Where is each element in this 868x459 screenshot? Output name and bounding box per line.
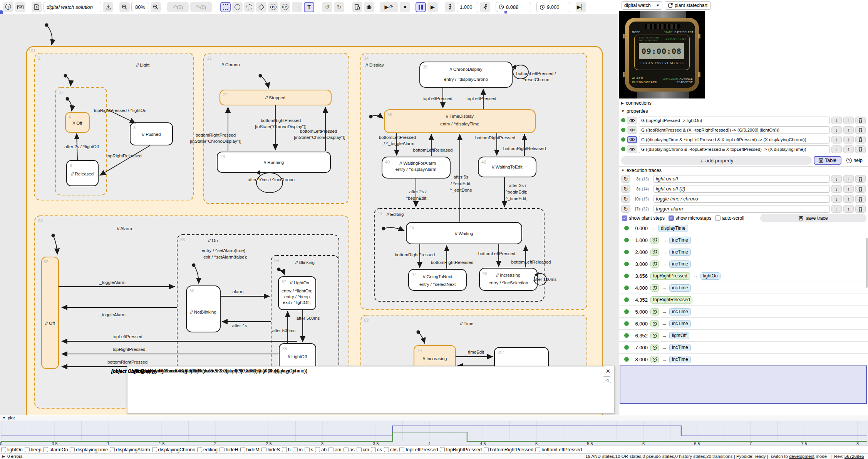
delete-button[interactable]	[855, 126, 866, 134]
errors-expander[interactable]: ▶ 0 errors	[0, 454, 23, 459]
zoom-level[interactable]: 80%	[131, 2, 149, 12]
debug-button[interactable]	[364, 2, 374, 12]
region-light[interactable]: 2 // Light 17 4 // Off 8 // Pushed 6 // …	[35, 53, 194, 200]
transition-tool-button[interactable]: →	[292, 2, 302, 12]
move-down-button[interactable]: ↓	[831, 195, 842, 203]
signal-checkbox[interactable]: m	[293, 447, 303, 452]
choice-tool-button[interactable]	[256, 2, 266, 12]
pause-button[interactable]	[416, 2, 426, 12]
delete-button[interactable]	[855, 117, 866, 124]
move-up-button[interactable]: ↑	[843, 117, 854, 124]
signal-checkbox[interactable]: displayingChrono	[152, 447, 196, 452]
signal-checkbox[interactable]: s	[305, 447, 313, 452]
redo-button[interactable]: ↷ (0)	[190, 2, 212, 12]
property-formula-input[interactable]	[639, 145, 830, 153]
zoom-out-button[interactable]	[119, 2, 130, 12]
signal-checkbox[interactable]: cm	[357, 447, 369, 452]
replay-trace-button[interactable]: ↻	[621, 175, 630, 183]
replay-trace-button[interactable]: ↻	[621, 195, 630, 203]
signal-checkbox[interactable]: bottomRightPressed	[484, 447, 533, 452]
undo-button[interactable]: ↶ (0)	[167, 2, 189, 12]
text-tool-button[interactable]: T	[304, 2, 314, 12]
speed-input[interactable]	[457, 2, 478, 12]
help-button[interactable]: ?help	[843, 156, 866, 165]
execution-step-row[interactable]: 5.000 → incTime	[619, 306, 868, 318]
table-view-button[interactable]: Table	[814, 156, 841, 165]
model-select[interactable]: digital watch▼	[622, 1, 662, 10]
eye-toggle-button[interactable]	[627, 117, 637, 124]
delete-button[interactable]	[855, 205, 866, 213]
execution-step-row[interactable]: 4.352 topRightReleased	[619, 294, 868, 306]
run-to-end-button[interactable]: ▶▏	[576, 2, 586, 12]
signal-checkbox[interactable]: topLeftPressed	[399, 447, 438, 452]
slow-speed-button[interactable]	[445, 2, 455, 12]
sim-time-field[interactable]: 8.088	[496, 2, 531, 12]
trace-name-input[interactable]	[654, 185, 830, 193]
signal-checkbox[interactable]: alarmOn	[43, 447, 68, 452]
zoom-in-button[interactable]	[151, 2, 161, 12]
section-connections[interactable]: ▶ connections	[619, 99, 868, 107]
execution-step-row[interactable]: 7.000 → incTime	[619, 342, 868, 354]
run-button[interactable]: ▶⟳	[380, 2, 398, 12]
deep-history-tool-button[interactable]: H*	[280, 2, 290, 12]
execution-step-row[interactable]: 6.352 → lightOff	[619, 330, 868, 342]
move-up-button[interactable]: ↑	[843, 136, 854, 144]
execution-step-row[interactable]: 2.000 → incTime	[619, 246, 868, 258]
close-icon[interactable]: ✕	[605, 368, 610, 375]
steps-scrollbar[interactable]	[866, 238, 868, 288]
stop-button[interactable]: ■	[400, 2, 410, 12]
move-down-button[interactable]: ↓	[831, 175, 842, 183]
signal-checkbox[interactable]: displayingAlarm	[110, 447, 150, 452]
signal-checkbox[interactable]: cs	[371, 447, 382, 452]
state-goingtonext[interactable]	[409, 269, 466, 290]
collapse-table-button[interactable]: ◁	[603, 376, 611, 383]
property-formula-input[interactable]	[639, 117, 830, 124]
signal-checkbox[interactable]: am	[328, 447, 341, 452]
signal-checkbox[interactable]: chs	[384, 447, 397, 452]
signal-checkbox[interactable]: bottomLeftPressed	[535, 447, 582, 452]
signal-checkbox[interactable]: hideS	[261, 447, 280, 452]
step-button[interactable]: ▶	[427, 2, 438, 12]
execution-step-row[interactable]: 1.000 → incTime	[619, 234, 868, 246]
keyboard-shortcuts-button[interactable]	[15, 2, 25, 12]
show-plant-steps-checkbox[interactable]: show plant steps	[622, 215, 665, 221]
eye-toggle-button[interactable]	[627, 126, 637, 134]
signal-checkbox[interactable]: editing	[197, 447, 218, 452]
region-chrono[interactable]: 21 // Chrono 22 // Stopped 23 // Running…	[190, 53, 349, 204]
state-chronodisplay[interactable]	[420, 62, 512, 87]
execution-step-row[interactable]: 6.000 → incTime	[619, 318, 868, 330]
execution-step-row[interactable]: 0.000 → displayTime	[619, 222, 868, 234]
move-down-button[interactable]: ↓	[831, 205, 842, 213]
rotate-right-button[interactable]: ↻	[334, 2, 344, 12]
move-down-button[interactable]: ↓	[831, 145, 842, 153]
move-up-button[interactable]: ↑	[843, 145, 854, 153]
save-trace-button[interactable]: save trace	[760, 214, 866, 222]
move-down-button[interactable]: ↓	[831, 126, 842, 134]
plant-statechart-button[interactable]: plant statechart	[665, 1, 711, 10]
region-display[interactable]: 34 // Display 38 // ChronoDisplay entry …	[361, 53, 587, 310]
state-timedisplay[interactable]	[384, 110, 535, 133]
state-alarm-off[interactable]	[42, 257, 59, 369]
move-down-button[interactable]: ↓	[831, 117, 842, 124]
plot-header[interactable]: ▼ plot	[0, 415, 868, 421]
load-file-button[interactable]	[32, 2, 42, 12]
move-up-button[interactable]: ↑	[843, 175, 854, 183]
execution-step-row[interactable]: 8.000 → incTime	[619, 354, 868, 366]
trace-name-input[interactable]	[654, 175, 830, 183]
signal-checkbox[interactable]: displayingTime	[70, 447, 108, 452]
move-up-button[interactable]: ↑	[843, 185, 854, 193]
signal-checkbox[interactable]: ah	[315, 447, 327, 452]
signal-checkbox[interactable]: lightOn	[1, 447, 23, 452]
execution-step-row[interactable]: 4.000 → incTime	[619, 282, 868, 294]
delete-button[interactable]	[855, 185, 866, 193]
section-traces[interactable]: ▼ execution traces	[619, 166, 868, 174]
execution-step-row[interactable]: 3.000 → incTime	[619, 258, 868, 270]
move-up-button[interactable]: ↑	[843, 195, 854, 203]
signal-checkbox[interactable]: hideM	[240, 447, 260, 452]
breakpoint-time-field[interactable]: 9.000	[536, 2, 570, 12]
signal-checkbox[interactable]: beep	[25, 447, 42, 452]
signal-checkbox[interactable]: as	[344, 447, 355, 452]
signal-checkbox[interactable]: hideH	[220, 447, 238, 452]
add-property-button[interactable]: +add property	[621, 156, 812, 165]
move-down-button[interactable]: ↓	[831, 136, 842, 144]
